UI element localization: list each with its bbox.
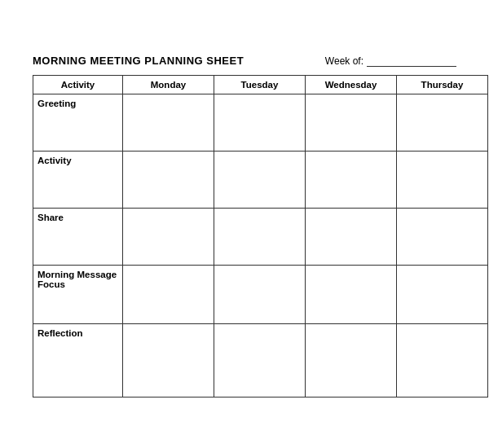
cell-greeting-wednesday[interactable]	[306, 94, 397, 152]
col-header-tuesday: Tuesday	[214, 76, 306, 94]
cell-greeting-tuesday[interactable]	[214, 94, 306, 152]
cell-morning-tuesday[interactable]	[214, 266, 306, 324]
row-activity: Activity	[33, 152, 488, 209]
row-reflection: Reflection	[33, 324, 488, 397]
cell-greeting-monday[interactable]	[123, 94, 214, 152]
cell-morning-monday[interactable]	[123, 266, 214, 324]
row-morning-message: Morning Message Focus	[33, 266, 488, 324]
cell-reflection-thursday[interactable]	[397, 324, 488, 397]
planning-table: Activity Monday Tuesday Wednesday Thursd…	[33, 75, 488, 397]
week-of-label: Week of:	[325, 55, 363, 67]
row-greeting: Greeting	[33, 94, 488, 152]
cell-morning-thursday[interactable]	[397, 266, 488, 324]
cell-reflection-wednesday[interactable]	[306, 324, 397, 397]
cell-share-thursday[interactable]	[397, 209, 488, 266]
cell-share-monday[interactable]	[123, 209, 214, 266]
col-header-monday: Monday	[123, 76, 214, 94]
activity-activity: Activity	[33, 152, 123, 209]
activity-share: Share	[33, 209, 123, 266]
cell-activity-monday[interactable]	[123, 152, 214, 209]
cell-reflection-monday[interactable]	[123, 324, 214, 397]
cell-morning-wednesday[interactable]	[306, 266, 397, 324]
page-title: MORNING MEETING PLANNING SHEET	[33, 55, 244, 67]
table-header-row: Activity Monday Tuesday Wednesday Thursd…	[33, 76, 488, 94]
row-share: Share	[33, 209, 488, 266]
col-header-wednesday: Wednesday	[306, 76, 397, 94]
activity-morning-message: Morning Message Focus	[33, 266, 123, 324]
cell-reflection-tuesday[interactable]	[214, 324, 306, 397]
cell-share-tuesday[interactable]	[214, 209, 306, 266]
cell-greeting-thursday[interactable]	[397, 94, 488, 152]
week-of-section: Week of:	[325, 54, 456, 67]
cell-activity-thursday[interactable]	[397, 152, 488, 209]
activity-greeting: Greeting	[33, 94, 123, 152]
cell-share-wednesday[interactable]	[306, 209, 397, 266]
activity-reflection: Reflection	[33, 324, 123, 397]
week-of-input[interactable]	[367, 54, 456, 67]
page: MORNING MEETING PLANNING SHEET Week of: …	[16, 34, 473, 414]
cell-activity-tuesday[interactable]	[214, 152, 306, 209]
header: MORNING MEETING PLANNING SHEET Week of:	[33, 54, 456, 67]
col-header-thursday: Thursday	[397, 76, 488, 94]
cell-activity-wednesday[interactable]	[306, 152, 397, 209]
col-header-activity: Activity	[33, 76, 123, 94]
